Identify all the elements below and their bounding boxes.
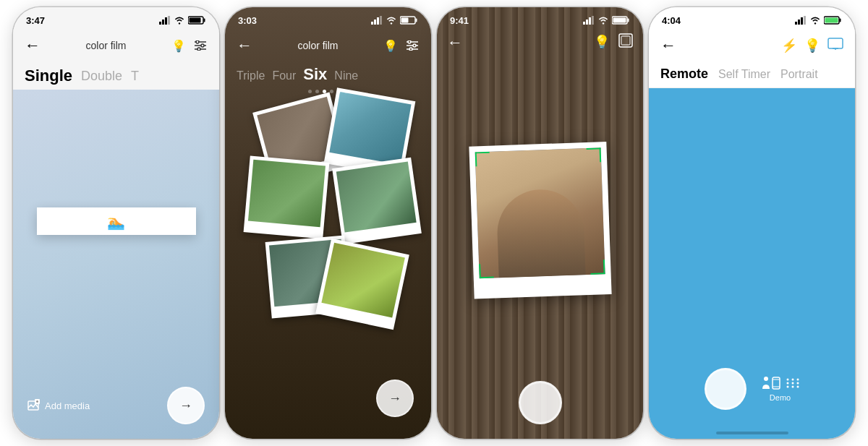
status-bar-1: 3:47 [13,7,219,30]
mode-four[interactable]: Four [272,69,296,82]
mode-remote[interactable]: Remote [660,67,708,82]
svg-rect-38 [628,19,629,22]
collage-polaroid-6 [315,239,409,330]
svg-point-60 [786,382,788,385]
mode-triple[interactable]: Triple [237,69,265,82]
svg-point-59 [796,379,799,381]
svg-rect-41 [621,36,630,45]
shutter-button-4[interactable] [705,368,746,410]
bulb-icon-1[interactable]: 💡 [171,38,186,53]
svg-rect-45 [804,16,806,25]
screen1-content: 🏊 Add media → [13,62,219,439]
screen-icon[interactable] [827,38,843,53]
svg-point-57 [786,379,788,381]
bulb-icon-2[interactable]: 💡 [383,38,398,53]
wifi-icon-2 [386,16,397,25]
svg-point-62 [796,382,799,385]
couple-photo [475,147,605,278]
svg-rect-32 [583,22,585,25]
mode-double[interactable]: Double [81,69,122,84]
back-button-3[interactable]: ← [447,33,463,52]
bottom-controls-4: Demo [705,368,800,410]
back-button-4[interactable]: ← [660,36,676,55]
back-button-1[interactable]: ← [25,38,41,53]
bulb-icon-4[interactable]: 💡 [804,38,820,53]
svg-rect-25 [401,18,409,23]
phone-screen-2: 3:03 ← color film 💡 Triple [225,7,431,439]
svg-point-58 [791,379,793,381]
bracket-br [590,260,605,275]
phone-screen-1: 3:47 ← color film 💡 Single [13,7,219,439]
couple-photo-bg [475,147,605,278]
top-icons-3: 💡 [594,33,633,51]
shutter-button-2[interactable]: → [376,379,414,417]
svg-point-13 [197,48,200,51]
polaroid-frame-3 [469,142,611,299]
svg-rect-19 [374,20,376,25]
svg-rect-20 [377,17,379,25]
person-phone-icon [761,376,781,390]
svg-rect-0 [159,22,161,25]
svg-point-31 [409,48,412,51]
mode-nine[interactable]: Nine [334,69,358,82]
svg-rect-49 [825,18,838,23]
screen3-content: 9:41 ← 💡 [437,7,643,439]
status-icons-3 [583,16,630,25]
wifi-icon [174,16,185,25]
add-media-button[interactable]: Add media [27,399,90,412]
dot-4 [330,90,333,93]
svg-rect-6 [204,19,205,22]
signal-icon-2 [371,16,383,25]
bracket-tr [586,147,601,163]
battery-icon [188,16,206,25]
phone-screen-3: 9:41 ← 💡 [437,7,643,439]
flash-icon[interactable]: ⚡ [781,38,797,53]
collage-photo-4 [336,162,417,233]
mode-self-timer[interactable]: Self Timer [718,68,770,81]
mode-single[interactable]: Single [25,67,72,85]
svg-rect-42 [795,22,797,25]
home-indicator-4 [716,432,788,434]
mode-selector-1: Single Double T [13,62,219,90]
bulb-icon-3[interactable]: 💡 [594,34,610,50]
grid-dots-icon [786,377,800,389]
sliders-icon-1[interactable] [193,38,208,53]
svg-point-63 [786,386,788,388]
collage-photo-3 [248,160,326,227]
demo-area: Demo [761,376,800,402]
svg-point-36 [603,22,604,24]
diver-figure: 🏊 [107,213,125,231]
status-bar-3: 9:41 [437,7,643,30]
polaroid-wrap-1: 🏊 [13,62,219,379]
collage-polaroid-4 [332,158,422,244]
app-header-2: ← color film 💡 [225,30,431,62]
svg-point-61 [791,382,793,385]
frame-icon-3[interactable] [618,33,633,51]
dot-2 [315,90,319,93]
svg-rect-43 [798,20,800,25]
bracket-bl [479,263,494,278]
header-icons-4: ⚡ 💡 [781,38,843,53]
time-2: 3:03 [238,15,257,26]
mode-triple-trunc[interactable]: T [131,69,139,84]
mode-portrait[interactable]: Portrait [780,68,818,81]
back-button-2[interactable]: ← [237,38,252,53]
app-header-1: ← color film 💡 [13,30,219,62]
shutter-button-1[interactable]: → [167,387,205,424]
arrow-icon-2: → [388,391,401,406]
mode-selector-4: Remote Self Timer Portrait [649,62,855,88]
svg-point-12 [201,44,204,47]
svg-rect-48 [840,19,841,22]
svg-rect-7 [190,18,201,23]
mode-six[interactable]: Six [303,65,327,84]
sliders-icon-2[interactable] [405,38,420,53]
svg-rect-34 [589,17,591,25]
signal-icon-4 [795,16,807,25]
svg-point-11 [196,40,199,43]
mode-selector-2: Triple Four Six Nine [225,62,431,87]
shutter-button-3[interactable] [519,381,562,424]
blue-area: Demo [649,88,855,439]
svg-rect-21 [380,16,382,25]
bottom-bar-1: Add media → [13,379,219,439]
signal-icon [159,16,171,25]
